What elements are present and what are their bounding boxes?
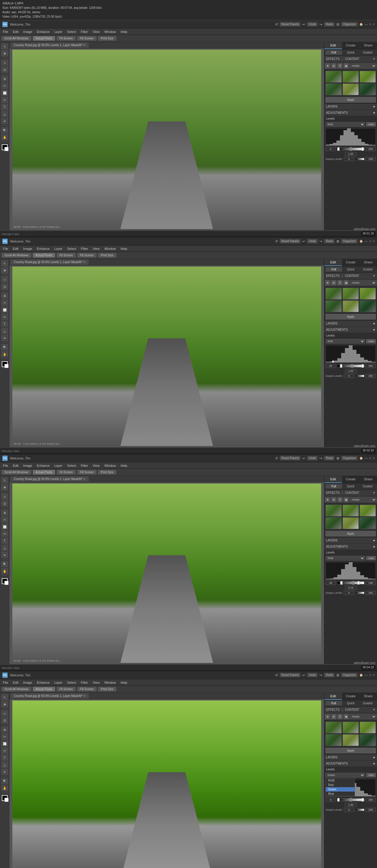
menu-filter-4[interactable]: Filter xyxy=(79,680,90,685)
menu-view-4[interactable]: View xyxy=(91,680,102,685)
menu-edit-3[interactable]: Edit xyxy=(11,463,20,468)
tool-text-3[interactable]: T xyxy=(1,537,8,544)
fit-screen-btn-4[interactable]: Fit Screen xyxy=(57,687,76,691)
reset-panels-btn-2[interactable]: Reset Panels xyxy=(280,239,300,243)
levels-black-input-4[interactable] xyxy=(325,798,336,802)
canvas-tab-3[interactable]: Country Road.jpg @ 50.8% Levels 1, Layer… xyxy=(10,476,88,482)
effects-style-select-2[interactable]: Artistic xyxy=(350,280,376,285)
apply-btn-1[interactable]: Apply xyxy=(325,97,376,102)
menu-image-4[interactable]: Image xyxy=(22,680,34,685)
fx-icon-filter-4[interactable]: ▣ xyxy=(344,714,349,719)
organizer-btn-4[interactable]: Organizer xyxy=(341,673,357,677)
tool-shape-4[interactable]: △ xyxy=(1,762,8,768)
tool-text-4[interactable]: T xyxy=(1,754,8,761)
scroll-all-windows-btn-3[interactable]: Scroll All Windows xyxy=(2,470,31,474)
tab-edit-2[interactable]: Edit xyxy=(324,259,342,266)
levels-white-input-1[interactable] xyxy=(366,147,376,151)
menu-select-3[interactable]: Select xyxy=(65,463,78,468)
reset-panels-btn-3[interactable]: Reset Panels xyxy=(280,456,300,460)
tool-shape-1[interactable]: △ xyxy=(1,111,8,117)
thumb-1-2[interactable] xyxy=(343,71,359,83)
tool-clone-3[interactable]: ✂ xyxy=(1,517,8,523)
fit-screen-btn-2[interactable]: Fit Screen xyxy=(57,253,76,257)
channel-select-2[interactable]: 8GB xyxy=(325,339,365,344)
tool-pen-2[interactable]: ✒ xyxy=(1,335,8,341)
tool-shape-2[interactable]: △ xyxy=(1,328,8,334)
tool-hand-4[interactable]: ✋ xyxy=(1,785,8,791)
thumb-2-6[interactable] xyxy=(360,301,376,312)
menu-edit-4[interactable]: Edit xyxy=(11,680,20,685)
tab-share-4[interactable]: Share xyxy=(359,693,377,700)
tool-heal-4[interactable]: ⊕ xyxy=(1,726,8,733)
tool-heal-2[interactable]: ⊕ xyxy=(1,292,8,299)
tool-clone-1[interactable]: ✂ xyxy=(1,83,8,89)
tool-eraser-2[interactable]: ⬜ xyxy=(1,307,8,313)
menu-edit-1[interactable]: Edit xyxy=(11,29,20,34)
actual-pixels-btn-2[interactable]: Actual Pixels xyxy=(33,253,55,257)
mode-full-2[interactable]: Full xyxy=(325,267,342,272)
menu-filter-2[interactable]: Filter xyxy=(79,246,90,251)
fx-icon-list-2[interactable]: ☰ xyxy=(337,280,343,285)
canvas-tab-4[interactable]: Country Road.jpg @ 50.8% Levels 1, Layer… xyxy=(10,693,88,699)
menu-file-3[interactable]: File xyxy=(1,463,10,468)
fx-icon-grid-4[interactable]: ⊞ xyxy=(331,714,337,719)
tab-create-1[interactable]: Create xyxy=(342,42,360,49)
reset-panels-btn-4[interactable]: Reset Panels xyxy=(280,673,300,677)
menu-enhance-4[interactable]: Enhance xyxy=(35,680,51,685)
mode-full-4[interactable]: Full xyxy=(325,701,342,706)
menu-select-2[interactable]: Select xyxy=(65,246,78,251)
tool-paint-3[interactable]: ✏ xyxy=(1,531,8,537)
thumb-3-2[interactable] xyxy=(343,505,359,517)
effects-header-1[interactable]: EFFECTS | CONTENT ▼ xyxy=(324,56,377,62)
maximize-btn-3[interactable]: □ xyxy=(369,457,371,460)
tool-eraser-3[interactable]: ⬜ xyxy=(1,524,8,530)
auto-btn-3[interactable]: Auto xyxy=(366,556,376,560)
menu-view-1[interactable]: View xyxy=(91,29,102,34)
output-slider-2[interactable] xyxy=(355,375,365,377)
mode-full-1[interactable]: Full xyxy=(325,50,342,55)
menu-help-2[interactable]: Help xyxy=(119,246,129,251)
tab-create-2[interactable]: Create xyxy=(342,259,360,266)
tool-crop-2[interactable]: ⊡ xyxy=(1,283,8,290)
tab-create-3[interactable]: Create xyxy=(342,476,360,483)
slider-white-thumb-1[interactable] xyxy=(361,147,364,151)
levels-mid-input-3[interactable] xyxy=(345,586,357,590)
auto-btn-1[interactable]: Auto xyxy=(366,122,376,126)
tool-move-3[interactable]: ✥ xyxy=(1,484,8,491)
tab-share-1[interactable]: Share xyxy=(359,42,377,49)
fx-icon-grid-2[interactable]: ⊞ xyxy=(331,280,337,285)
adjustments-header-4[interactable]: ADJUSTMENTS ▶ xyxy=(324,761,377,767)
tab-create-4[interactable]: Create xyxy=(342,693,360,700)
menu-view-2[interactable]: View xyxy=(91,246,102,251)
tab-share-3[interactable]: Share xyxy=(359,476,377,483)
tool-zoom-3[interactable]: 🔍 xyxy=(1,561,8,567)
menu-image-1[interactable]: Image xyxy=(22,29,34,34)
thumb-2-1[interactable] xyxy=(325,288,342,300)
print-size-btn-4[interactable]: Print Size xyxy=(98,687,116,691)
slider-mid-thumb-1[interactable] xyxy=(350,147,352,151)
tool-eraser-4[interactable]: ⬜ xyxy=(1,740,8,747)
fx-icon-grid-1[interactable]: ⊞ xyxy=(331,63,337,68)
menu-help-3[interactable]: Help xyxy=(119,463,129,468)
menu-window-3[interactable]: Window xyxy=(103,463,118,468)
menu-file-2[interactable]: File xyxy=(1,246,10,251)
layers-header-2[interactable]: LAYERS ▶ xyxy=(324,320,377,327)
minimize-btn-3[interactable]: — xyxy=(365,457,368,460)
actual-pixels-btn-4[interactable]: Actual Pixels xyxy=(33,687,55,691)
menu-file-1[interactable]: File xyxy=(1,29,10,34)
tool-crop-4[interactable]: ⊡ xyxy=(1,717,8,724)
menu-help-4[interactable]: Help xyxy=(119,680,129,685)
tool-move-1[interactable]: ✥ xyxy=(1,50,8,57)
thumb-4-5[interactable] xyxy=(343,734,359,746)
menu-window-4[interactable]: Window xyxy=(103,680,118,685)
thumb-3-6[interactable] xyxy=(360,517,376,529)
tool-hand-3[interactable]: ✋ xyxy=(1,568,8,575)
tool-move-2[interactable]: ✥ xyxy=(1,267,8,274)
minimize-btn-1[interactable]: — xyxy=(365,23,368,26)
fill-screen-btn-3[interactable]: Fill Screen xyxy=(77,470,96,474)
redo-btn-1[interactable]: Redo xyxy=(324,22,335,27)
tool-cursor-2[interactable]: ↖ xyxy=(1,260,8,267)
tab-share-2[interactable]: Share xyxy=(359,259,377,266)
output-black-input-2[interactable] xyxy=(344,374,354,378)
tool-shape-3[interactable]: △ xyxy=(1,545,8,551)
